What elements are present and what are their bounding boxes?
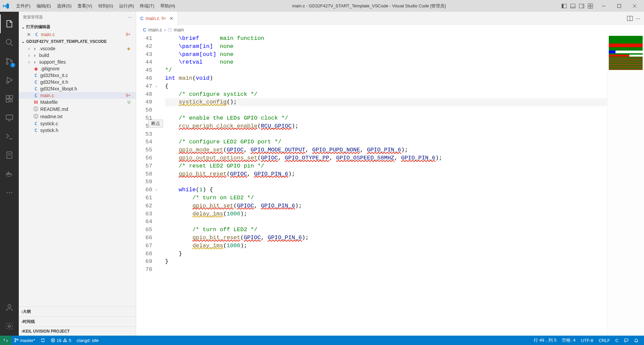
project-header[interactable]: ⌄ GD32F427V_START_TEMPLATE_VSCODE (19, 38, 136, 45)
activity-debug-icon[interactable] (0, 71, 19, 89)
close-button[interactable] (628, 1, 641, 11)
c-file-icon: C (34, 32, 40, 37)
window-title: main.c - GD32F427V_START_Template_VSCode… (178, 3, 560, 9)
activity-docker-icon[interactable] (0, 164, 19, 183)
activity-account-icon[interactable] (0, 298, 19, 317)
lsp-status[interactable]: clangd: idle (74, 336, 102, 345)
timeline-header[interactable]: › 时间线 (19, 317, 136, 327)
eol[interactable]: CRLF (596, 336, 613, 345)
indentation[interactable]: 空格: 4 (559, 336, 578, 345)
c-icon: C (33, 128, 39, 133)
file-item[interactable]: Cgd32f4xx_it.c (19, 72, 136, 79)
vscode-logo-icon (3, 3, 9, 9)
file-item[interactable]: Cgd32f4xx_it.h (19, 79, 136, 85)
open-editors-header[interactable]: ⌄ 打开的编辑器 (19, 23, 136, 31)
file-item[interactable]: ⓘREADME.md (19, 106, 136, 113)
keil-header[interactable]: › KEIL UVISION PROJECT (19, 327, 136, 336)
breadcrumb-file[interactable]: main.c (148, 27, 162, 32)
folder-item[interactable]: ››build (19, 52, 136, 59)
activity-bookmark-icon[interactable] (0, 146, 19, 164)
svg-rect-9 (591, 6, 593, 8)
file-name: build (39, 53, 133, 58)
maximize-button[interactable] (612, 1, 626, 11)
svg-rect-22 (6, 99, 9, 102)
remote-indicator[interactable] (0, 336, 11, 345)
svg-point-47 (65, 341, 65, 341)
activity-settings-icon[interactable] (0, 317, 19, 336)
sidebar-title: 资源管理器 (23, 14, 43, 20)
svg-point-34 (9, 192, 10, 193)
outline-header[interactable]: › 大纲 (19, 306, 136, 317)
file-item[interactable]: MMakefileU (19, 99, 136, 106)
menu-run[interactable]: 运行(R) (116, 2, 137, 10)
git-icon: ◆ (33, 66, 39, 71)
file-item[interactable]: Cgd32f4xx_libopt.h (19, 85, 136, 92)
minimize-button[interactable] (597, 1, 610, 11)
svg-rect-6 (588, 4, 590, 6)
breadcrumb[interactable]: C main.c › ⬡ main (136, 25, 644, 34)
folder-icon: › (32, 53, 38, 58)
scm-badge: 2 (10, 63, 15, 67)
file-name: gd32f4xx_libopt.h (40, 86, 133, 91)
encoding[interactable]: UTF-8 (578, 336, 596, 345)
close-icon[interactable]: ✕ (169, 16, 173, 21)
tab-label: main.c (146, 16, 159, 21)
folder-item[interactable]: ››support_files (19, 59, 136, 65)
activity-remote-icon[interactable] (0, 108, 19, 127)
open-editor-item[interactable]: ✕ C main.c 9+ (19, 31, 136, 38)
activity-scm-icon[interactable]: 2 (0, 52, 19, 71)
activity-more-icon[interactable] (0, 183, 19, 202)
language-mode[interactable]: C (613, 336, 621, 345)
svg-point-33 (7, 192, 8, 193)
menu-terminal[interactable]: 终端(T) (137, 2, 157, 10)
folder-icon: › (32, 46, 38, 51)
notifications-icon[interactable] (631, 336, 641, 345)
problems-indicator[interactable]: 16 5 (48, 336, 74, 345)
svg-rect-5 (582, 4, 584, 8)
menu-file[interactable]: 文件(F) (13, 2, 33, 10)
file-item[interactable]: Csystick.h (19, 127, 136, 134)
sidebar-more-icon[interactable]: ⋯ (128, 15, 132, 20)
toggle-panel-icon[interactable] (569, 2, 577, 10)
cursor-position[interactable]: 行 49，列 5 (531, 336, 559, 345)
svg-rect-24 (6, 115, 13, 119)
close-icon[interactable]: ✕ (27, 32, 32, 37)
activity-search-icon[interactable] (0, 33, 19, 52)
toggle-secondary-sidebar-icon[interactable] (578, 2, 586, 10)
feedback-icon[interactable] (621, 336, 631, 345)
menu-help[interactable]: 帮助(H) (158, 2, 178, 10)
file-item[interactable]: ⓘreadme.txt (19, 113, 136, 120)
split-editor-icon[interactable] (627, 15, 633, 21)
file-item[interactable]: Cmain.c9+ (19, 92, 136, 99)
activity-explorer-icon[interactable] (0, 14, 19, 33)
file-name: Makefile (40, 99, 127, 105)
menu-selection[interactable]: 选择(S) (54, 2, 74, 10)
chevron-right-icon: › (28, 59, 30, 65)
code-editor[interactable]: 41424344454647⌄4849505152535455565758596… (136, 34, 644, 336)
breadcrumb-symbol[interactable]: main (174, 27, 184, 32)
activity-output-icon[interactable] (0, 127, 19, 146)
minimap[interactable] (607, 34, 644, 336)
menu-go[interactable]: 转到(G) (96, 2, 116, 10)
toggle-primary-sidebar-icon[interactable] (560, 2, 568, 10)
file-item[interactable]: ◆.gitignore (19, 65, 136, 72)
customize-layout-icon[interactable] (586, 2, 594, 10)
tab-badge: 9+ (161, 16, 166, 21)
git-branch[interactable]: master* (11, 336, 38, 345)
file-item[interactable]: Csystick.c (19, 120, 136, 127)
svg-point-40 (15, 339, 16, 340)
more-actions-icon[interactable]: ⋯ (636, 16, 640, 21)
sync-button[interactable] (38, 336, 48, 345)
fold-icon[interactable]: ⌄ (155, 83, 158, 89)
menu-edit[interactable]: 编辑(E) (34, 2, 54, 10)
fold-icon[interactable]: ⌄ (155, 187, 158, 192)
activity-extensions-icon[interactable] (0, 89, 19, 108)
menu-view[interactable]: 查看(V) (75, 2, 95, 10)
gutter[interactable]: 41424344454647⌄4849505152535455565758596… (136, 34, 159, 336)
tab-main-c[interactable]: C main.c 9+ ✕ (136, 12, 178, 25)
code-content[interactable]: \brief main function \param[in] none \pa… (159, 34, 644, 336)
svg-point-16 (6, 58, 8, 60)
folder-item[interactable]: ››.vscode● (19, 45, 136, 52)
svg-point-36 (8, 304, 11, 307)
svg-point-37 (8, 325, 11, 328)
